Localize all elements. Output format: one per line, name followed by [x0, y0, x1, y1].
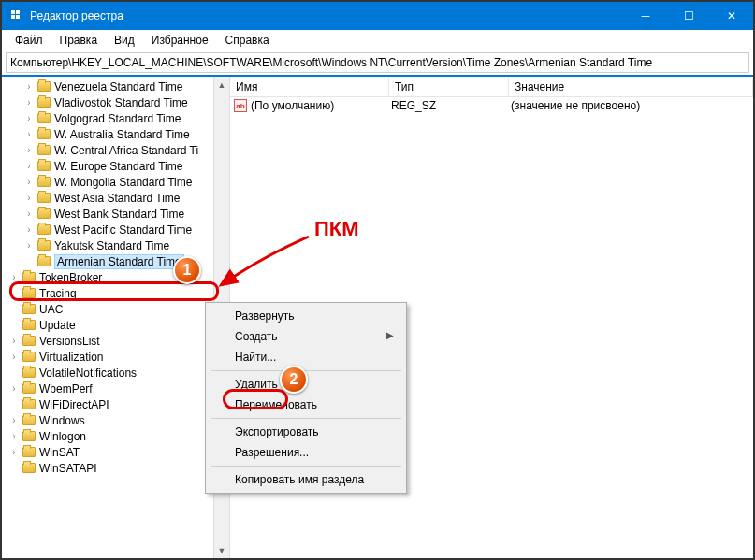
titlebar[interactable]: Редактор реестра ─ ☐ ✕ — [2, 2, 753, 30]
tree-item[interactable]: WinSATAPI — [2, 460, 229, 476]
minimize-button[interactable]: ─ — [624, 2, 667, 30]
tree-item[interactable]: ›W. Australia Standard Time — [2, 126, 229, 142]
expand-icon[interactable]: › — [9, 431, 19, 441]
tree-item-label: W. Central Africa Standard Ti — [54, 144, 198, 157]
tree-item-label: W. Australia Standard Time — [54, 128, 190, 141]
list-header[interactable]: Имя Тип Значение — [230, 77, 753, 97]
list-row[interactable]: ab (По умолчанию) REG_SZ (значение не пр… — [230, 97, 753, 114]
menu-view[interactable]: Вид — [107, 32, 142, 49]
expand-icon[interactable]: › — [24, 193, 34, 203]
tree-item[interactable]: ›Virtualization — [2, 349, 229, 365]
menu-help[interactable]: Справка — [218, 32, 277, 49]
tree-item-label: Winlogon — [39, 430, 86, 443]
tree-item[interactable]: ›Venezuela Standard Time — [2, 79, 229, 94]
tree-item[interactable]: VolatileNotifications — [2, 365, 229, 381]
folder-icon — [37, 193, 51, 203]
tree-item-label: Volgograd Standard Time — [54, 112, 181, 125]
tree-item-label: West Asia Standard Time — [54, 192, 181, 205]
tree-item[interactable]: ›WinSAT — [2, 444, 229, 460]
tree-item[interactable]: ›WbemPerf — [2, 381, 229, 396]
expand-icon[interactable]: › — [24, 177, 34, 187]
expand-icon[interactable]: › — [24, 161, 34, 171]
menu-file[interactable]: Файл — [7, 32, 51, 49]
tree-item-label: Vladivostok Standard Time — [54, 96, 188, 109]
close-button[interactable]: ✕ — [710, 2, 753, 30]
tree-item-label: VersionsList — [39, 335, 100, 348]
app-icon — [9, 8, 24, 23]
tree-item[interactable]: WiFiDirectAPI — [2, 396, 229, 412]
expand-icon[interactable]: › — [9, 415, 19, 425]
svg-rect-0 — [11, 10, 15, 14]
tree-item[interactable]: ›W. Europe Standard Time — [2, 158, 229, 174]
tree-item[interactable]: ›Yakutsk Standard Time — [2, 237, 229, 253]
expand-icon[interactable]: › — [24, 224, 34, 235]
expand-icon[interactable]: › — [9, 272, 19, 282]
folder-icon — [22, 367, 36, 378]
folder-icon — [37, 113, 51, 123]
submenu-arrow-icon: ▶ — [386, 330, 394, 340]
tree-item-label: VolatileNotifications — [39, 366, 137, 380]
tree-item[interactable]: ›W. Mongolia Standard Time — [2, 174, 229, 190]
tree-item-label: Yakutsk Standard Time — [54, 239, 169, 252]
ctx-expand[interactable]: Развернуть — [209, 306, 403, 326]
tree-item[interactable]: ›West Asia Standard Time — [2, 190, 229, 206]
maximize-button[interactable]: ☐ — [667, 2, 710, 30]
expand-icon[interactable]: › — [9, 383, 19, 394]
tree-item[interactable]: Tracing — [2, 285, 229, 301]
expand-icon[interactable]: › — [24, 208, 34, 219]
folder-icon — [37, 161, 51, 171]
tree-panel[interactable]: ›Venezuela Standard Time›Vladivostok Sta… — [2, 77, 230, 558]
folder-icon — [22, 383, 36, 394]
tree-item-label: TokenBroker — [39, 271, 102, 284]
svg-rect-3 — [16, 15, 20, 19]
expand-icon[interactable]: › — [24, 97, 34, 108]
col-value[interactable]: Значение — [509, 78, 753, 96]
tree-item[interactable]: Update — [2, 317, 229, 333]
expand-icon[interactable]: › — [9, 447, 19, 457]
tree-item[interactable]: UAC — [2, 301, 229, 317]
expand-icon[interactable]: › — [24, 145, 34, 155]
ctx-find[interactable]: Найти... — [209, 347, 403, 367]
tree-item-label: Tracing — [39, 287, 77, 300]
window-title: Редактор реестра — [30, 9, 123, 22]
tree-item[interactable]: ›Volgograd Standard Time — [2, 110, 229, 126]
expand-icon[interactable]: › — [24, 81, 34, 92]
scroll-down-button[interactable]: ▼ — [214, 542, 229, 558]
expand-icon[interactable]: › — [9, 352, 19, 362]
tree-item[interactable]: ›Winlogon — [2, 428, 229, 444]
tree-item[interactable]: ›VersionsList — [2, 333, 229, 349]
menu-edit[interactable]: Правка — [52, 32, 106, 49]
ctx-copy-key[interactable]: Копировать имя раздела — [209, 469, 403, 490]
tree-item-label: WiFiDirectAPI — [39, 398, 109, 411]
folder-icon — [37, 240, 51, 251]
folder-icon — [37, 81, 51, 92]
annotation-badge-2: 2 — [280, 366, 308, 394]
tree-item[interactable]: ›Windows — [2, 412, 229, 428]
address-bar[interactable]: Компьютер\HKEY_LOCAL_MACHINE\SOFTWARE\Mi… — [6, 52, 749, 73]
tree-item[interactable]: ›W. Central Africa Standard Ti — [2, 142, 229, 158]
tree-item-label: West Bank Standard Time — [54, 208, 184, 221]
ctx-export[interactable]: Экспортировать — [209, 422, 403, 442]
ctx-permissions[interactable]: Разрешения... — [209, 442, 403, 463]
ctx-rename[interactable]: Переименовать — [209, 395, 403, 415]
expand-icon[interactable]: › — [9, 336, 19, 346]
scroll-up-button[interactable]: ▲ — [214, 77, 229, 93]
expand-icon[interactable]: › — [24, 113, 34, 123]
col-type[interactable]: Тип — [389, 78, 509, 96]
folder-icon — [22, 447, 36, 457]
tree-item[interactable]: ›West Pacific Standard Time — [2, 222, 229, 237]
menubar: Файл Правка Вид Избранное Справка — [2, 30, 753, 50]
folder-icon — [22, 336, 36, 346]
expand-icon[interactable]: › — [24, 240, 34, 251]
menu-favorites[interactable]: Избранное — [144, 32, 216, 49]
tree-item-label: WbemPerf — [39, 382, 93, 395]
tree-item[interactable]: ›Vladivostok Standard Time — [2, 94, 229, 110]
col-name[interactable]: Имя — [230, 78, 389, 96]
tree-item[interactable]: ›West Bank Standard Time — [2, 206, 229, 222]
ctx-new[interactable]: Создать▶ — [209, 326, 403, 347]
folder-icon — [37, 224, 51, 235]
expand-icon[interactable]: › — [24, 129, 34, 139]
folder-icon — [22, 431, 36, 441]
folder-icon — [22, 463, 36, 473]
folder-icon — [37, 256, 51, 266]
